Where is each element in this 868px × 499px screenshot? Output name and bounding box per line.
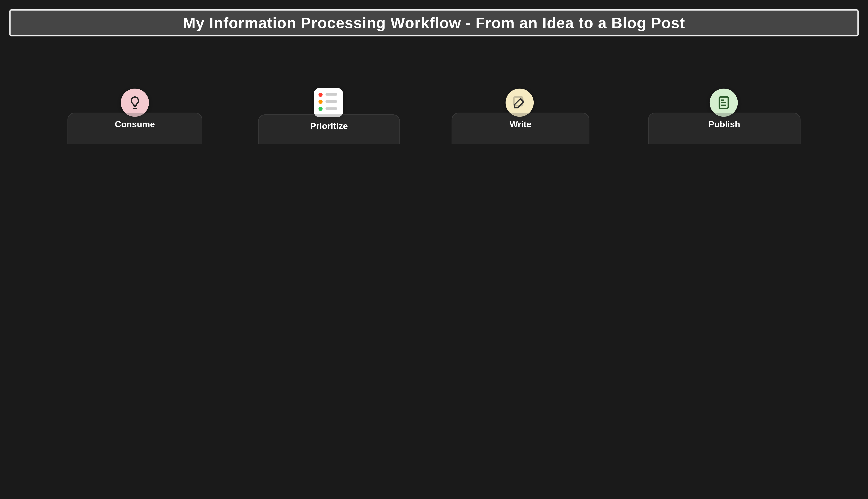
write-label: Write [452, 119, 589, 129]
lightbulb-icon [127, 95, 143, 110]
publish-label: Publish [649, 119, 800, 129]
write-panel: Write [452, 113, 589, 144]
prioritize-label: Prioritize [259, 121, 400, 131]
article-icon [716, 95, 731, 110]
publish-panel: Publish [648, 113, 800, 144]
reminders-app-icon [314, 88, 343, 117]
page-title: My Information Processing Workflow - Fro… [183, 14, 685, 32]
prioritize-panel: Prioritize [258, 114, 400, 144]
consume-panel: Consume [68, 113, 203, 144]
compose-icon [512, 95, 527, 110]
consume-label: Consume [68, 119, 202, 129]
process-asap-item: Process ASAP Things to be processed in t… [268, 144, 406, 144]
list-icon [268, 144, 294, 144]
process-asap-title: Process ASAP [301, 144, 406, 144]
title-bar: My Information Processing Workflow - Fro… [9, 9, 859, 36]
